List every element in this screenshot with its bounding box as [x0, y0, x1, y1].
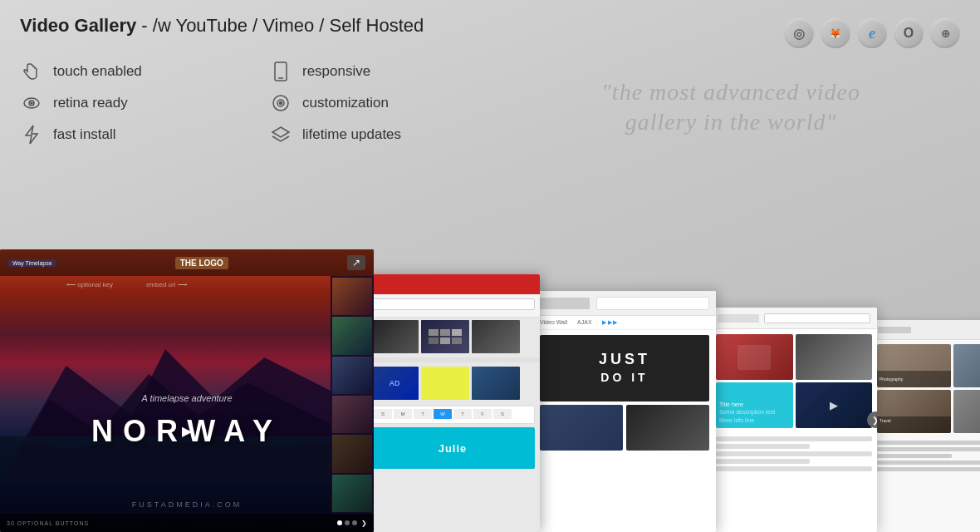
- sc2-separator: [365, 357, 540, 362]
- opera-icon: O: [894, 18, 924, 48]
- thumb-5[interactable]: [332, 435, 372, 472]
- optional-label: 30 OPTIONAL BUTTONS: [7, 520, 89, 526]
- sc2-thumbnails-bottom: AD: [365, 364, 540, 402]
- sc3-nav-2[interactable]: AJAX: [577, 319, 592, 326]
- arrow-labels: ⟵ optional key embed url ⟶: [66, 281, 187, 288]
- safari-icon: ◎: [784, 18, 814, 48]
- cal-2[interactable]: M: [394, 409, 412, 419]
- sc4-grid: Title here Some description text More in…: [711, 329, 877, 433]
- sc4-cell-2[interactable]: [796, 334, 873, 380]
- feature-retina: retina ready: [20, 91, 269, 115]
- sc2-thumb-1[interactable]: [370, 320, 419, 353]
- norway-top-bar: Way Timelapse THE LOGO ↗: [0, 249, 374, 276]
- cal-1[interactable]: S: [374, 409, 392, 419]
- sc4-info-1: [716, 436, 872, 441]
- sc2-lower-area: S M T W T F S Julie: [365, 402, 540, 472]
- touch-label: touch enabled: [53, 63, 142, 80]
- norway-bottom-bar: 30 OPTIONAL BUTTONS ❯: [0, 514, 374, 532]
- quote-text: "the most advanced video gallery in the …: [601, 77, 860, 138]
- sc3-thumb-1[interactable]: [540, 405, 623, 451]
- feature-customization: customization: [269, 91, 502, 115]
- play-button[interactable]: ▶: [182, 423, 192, 439]
- gallery-area: Way Timelapse THE LOGO ↗ ⟵ optional key …: [0, 216, 980, 532]
- sc5-line-1: [877, 441, 980, 445]
- cal-4[interactable]: W: [434, 409, 452, 419]
- sc4-info-5: [716, 466, 872, 471]
- sc4-cell-1[interactable]: [716, 334, 793, 380]
- sc3-thumb-2[interactable]: [626, 405, 709, 451]
- sc3-thumb-row: [540, 405, 709, 451]
- cal-3[interactable]: T: [414, 409, 432, 419]
- sc5-logo: [878, 327, 911, 333]
- sc5-line-4: [877, 461, 980, 465]
- navigation-dots: ❯: [337, 520, 367, 527]
- sc2-topbar: [365, 274, 540, 294]
- sc5-header: [873, 320, 980, 340]
- sc5-text: [873, 437, 980, 477]
- browser-icons-group: ◎ 🦊 e O ⊕: [784, 18, 960, 48]
- cal-7[interactable]: S: [493, 409, 512, 419]
- features-left: touch enabled retina ready fast install: [20, 60, 269, 155]
- title-area: Video Gallery - /w YouTube / Vimeo / Sel…: [20, 15, 424, 37]
- thumb-4[interactable]: [332, 396, 372, 433]
- screenshot-grid: Title here Some description text More in…: [711, 308, 877, 532]
- sc5-cell-1[interactable]: Photography: [877, 344, 951, 387]
- sc4-cell-4[interactable]: ▶: [796, 382, 873, 428]
- sc5-line-3: [877, 454, 952, 458]
- sc4-info-2: [716, 444, 810, 449]
- thumb-3[interactable]: [332, 357, 372, 394]
- header: Video Gallery - /w YouTube / Vimeo / Sel…: [0, 0, 980, 57]
- sc2-calendar: S M T W T F S: [370, 406, 535, 424]
- ie-icon: e: [857, 18, 887, 48]
- sc4-search[interactable]: [764, 313, 870, 323]
- sc4-logo: [718, 314, 759, 323]
- sc2-thumb-4[interactable]: AD: [370, 367, 419, 400]
- sc2-thumb-6[interactable]: [472, 367, 520, 400]
- sc5-line-2: [877, 447, 980, 451]
- dot-1[interactable]: [337, 520, 342, 525]
- sc3-search[interactable]: [596, 297, 709, 310]
- cal-6[interactable]: F: [473, 409, 492, 419]
- sc3-content: JUSTDO IT: [533, 330, 716, 456]
- screenshot-photo-grid: Photography Travel: [873, 320, 980, 532]
- sc5-cell-4[interactable]: [953, 390, 981, 433]
- updates-label: lifetime updates: [302, 126, 401, 143]
- sc4-cell-3[interactable]: Title here Some description text More in…: [716, 382, 793, 428]
- chrome-icon: ⊕: [930, 18, 960, 48]
- sc4-info-3: [716, 451, 872, 456]
- sc2-search-area: [365, 294, 540, 318]
- thumb-6[interactable]: [332, 475, 372, 512]
- thumb-1[interactable]: [332, 278, 372, 315]
- thumbnail-strip: [331, 276, 374, 514]
- sc2-thumb-5[interactable]: [421, 367, 469, 400]
- sc3-nav-1[interactable]: Video Wall: [540, 319, 567, 326]
- cal-5[interactable]: T: [453, 409, 472, 419]
- feature-updates: lifetime updates: [269, 123, 502, 146]
- bolt-icon: [20, 123, 43, 146]
- thumb-2[interactable]: [332, 317, 372, 354]
- dot-2[interactable]: [345, 520, 350, 525]
- quote-area: "the most advanced video gallery in the …: [502, 60, 960, 155]
- svg-marker-9: [272, 127, 289, 137]
- feature-install: fast install: [20, 123, 269, 146]
- sc5-line-5: [877, 467, 980, 471]
- sc2-search-input[interactable]: [370, 298, 535, 310]
- sc4-header: [711, 308, 877, 329]
- sc5-cell-2[interactable]: [953, 344, 981, 387]
- sc3-nav-3[interactable]: ▶ ▶ ▶: [602, 319, 618, 326]
- feature-responsive: responsive: [269, 60, 502, 83]
- page-title: Video Gallery - /w YouTube / Vimeo / Sel…: [20, 15, 424, 36]
- sc2-thumb-3[interactable]: [472, 320, 520, 353]
- sc2-thumb-2[interactable]: [421, 320, 469, 353]
- share-button[interactable]: ↗: [347, 255, 365, 270]
- sc5-cell-3[interactable]: Travel: [877, 390, 951, 433]
- install-label: fast install: [53, 126, 116, 143]
- screenshot-norway: Way Timelapse THE LOGO ↗ ⟵ optional key …: [0, 249, 374, 532]
- nav-arrow[interactable]: ❯: [361, 520, 367, 527]
- sc3-navigation: Video Wall AJAX ▶ ▶ ▶: [533, 316, 716, 330]
- svg-point-2: [31, 102, 32, 104]
- sc2-cta-box[interactable]: Julie: [370, 427, 535, 469]
- customization-icon: [269, 91, 292, 115]
- sc3-main-video[interactable]: JUSTDO IT: [540, 335, 709, 401]
- dot-3[interactable]: [352, 520, 357, 525]
